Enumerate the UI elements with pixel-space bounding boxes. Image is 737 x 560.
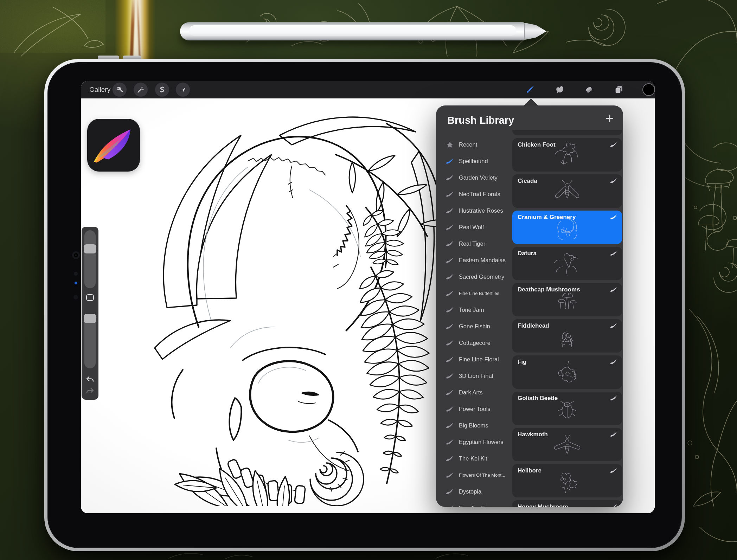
goliath-beetle-sketch xyxy=(544,394,590,424)
brush-set-label: The Koi Kit xyxy=(459,455,487,462)
brush-set-big-blooms[interactable]: Big Blooms xyxy=(436,417,512,434)
gallery-button[interactable]: Gallery xyxy=(89,81,110,98)
brush-stroke-icon xyxy=(610,468,617,475)
brush-stroke-icon xyxy=(445,273,454,281)
ipad-device: Gallery xyxy=(44,59,685,551)
brush-card-partial[interactable] xyxy=(512,130,622,135)
brush-set-dystopia[interactable]: Dystopia xyxy=(436,483,512,500)
status-led xyxy=(75,282,77,284)
smudge-tool[interactable] xyxy=(553,83,567,97)
brush-card-datura[interactable]: Datura xyxy=(512,247,622,280)
chicken-foot-sketch xyxy=(544,140,590,170)
brush-stroke-icon xyxy=(610,214,617,222)
undo-icon xyxy=(86,376,94,385)
brush-set-eastern-mandalas[interactable]: Eastern Mandalas xyxy=(436,252,512,269)
brush-stroke-icon xyxy=(445,373,454,380)
brush-card-fiddlehead[interactable]: Fiddlehead xyxy=(512,319,622,353)
selection-button[interactable] xyxy=(155,83,169,97)
fiddlehead-sketch xyxy=(544,321,590,352)
wrench-icon xyxy=(116,86,123,94)
brush-card-deathcap-mushrooms[interactable]: Deathcap Mushrooms xyxy=(512,283,622,316)
modify-button[interactable] xyxy=(86,294,94,301)
brush-set-neotrad-florals[interactable]: NeoTrad Florals xyxy=(436,186,512,202)
procreate-swoosh xyxy=(94,129,130,163)
brush-set-fine-line-floral[interactable]: Fine Line Floral xyxy=(436,351,512,368)
brush-set-label: Egyptian Flowers xyxy=(459,439,504,445)
brush-stroke-icon xyxy=(610,395,617,403)
partial-sketch xyxy=(544,130,590,134)
undo-button[interactable] xyxy=(82,375,98,386)
brush-card-goliath-beetle[interactable]: Goliath Beetle xyxy=(512,392,622,425)
selection-s-icon xyxy=(158,86,166,94)
brush-set-label: Big Blooms xyxy=(459,422,488,429)
brush-set-garden-variety[interactable]: Garden Variety xyxy=(436,169,512,186)
front-camera xyxy=(72,251,80,259)
brush-card-chicken-foot[interactable]: Chicken Foot xyxy=(512,138,622,172)
brush-set-real-tiger[interactable]: Real Tiger xyxy=(436,236,512,252)
brush-size-slider[interactable] xyxy=(84,230,96,288)
brush-set-label: Eastern Mandalas xyxy=(459,257,506,264)
brush-set-tone-jam[interactable]: Tone Jam xyxy=(436,302,512,318)
brush-set-label: NeoTrad Florals xyxy=(459,191,500,198)
deathcap-mushrooms-sketch xyxy=(544,285,590,315)
brush-card-cranium-greenery[interactable]: Cranium & Greenery xyxy=(512,211,622,244)
redo-icon xyxy=(86,387,94,397)
brush-set-familiar-f[interactable]: Familiar F xyxy=(436,500,512,507)
brush-size-slider-handle[interactable] xyxy=(84,244,96,253)
brush-set-recent[interactable]: Recent xyxy=(436,136,512,153)
brush-name: Hawkmoth xyxy=(518,431,548,438)
brush-stroke-icon xyxy=(445,224,454,231)
transform-button[interactable] xyxy=(176,83,190,97)
brush-stroke-icon xyxy=(445,191,454,198)
redo-button[interactable] xyxy=(82,387,98,397)
brush-set-sacred-geometry[interactable]: Sacred Geometry xyxy=(436,269,512,285)
opacity-slider-handle[interactable] xyxy=(84,314,96,323)
brush-set-label: Real Tiger xyxy=(459,240,485,247)
eraser-tool[interactable] xyxy=(582,83,596,97)
brush-set-the-koi-kit[interactable]: The Koi Kit xyxy=(436,450,512,467)
brush-stroke-icon xyxy=(445,307,454,314)
actions-button[interactable] xyxy=(113,83,127,97)
brush-set-label: Gone Fishin xyxy=(459,323,490,330)
brush-set-gone-fishin[interactable]: Gone Fishin xyxy=(436,318,512,335)
brush-card-honey-mushroom[interactable]: Honey Mushroom xyxy=(512,500,622,507)
brush-set-illustrative-roses[interactable]: Illustrative Roses xyxy=(436,202,512,219)
layers-tool[interactable] xyxy=(612,83,626,97)
brush-name: Cicada xyxy=(518,178,537,185)
apple-pencil-seam xyxy=(524,23,525,40)
brush-stroke-icon xyxy=(445,422,454,429)
brush-card-fig[interactable]: Fig xyxy=(512,355,622,389)
active-color-swatch[interactable] xyxy=(642,83,655,96)
brush-set-egyptian-flowers[interactable]: Egyptian Flowers xyxy=(436,434,512,450)
layers-icon xyxy=(614,85,624,95)
brush-set-cottagecore[interactable]: Cottagecore xyxy=(436,335,512,351)
brush-card-list: Chicken FootCicadaCranium & GreeneryDatu… xyxy=(512,130,622,507)
add-brush-button[interactable]: + xyxy=(605,111,614,126)
brush-card-hellbore[interactable]: Hellbore xyxy=(512,464,622,497)
brush-set-real-wolf[interactable]: Real Wolf xyxy=(436,219,512,236)
brush-set-flowers-of-the-mont[interactable]: Flowers Of The Mont... xyxy=(436,467,512,483)
scene-background: Gallery xyxy=(0,0,737,560)
adjustments-button[interactable] xyxy=(134,83,148,97)
brush-card-hawkmoth[interactable]: Hawkmoth xyxy=(512,428,622,461)
brush-set-3d-lion-final[interactable]: 3D Lion Final xyxy=(436,368,512,384)
brush-stroke-icon xyxy=(610,323,617,330)
brush-library-panel: Brush Library + RecentSpellboundGarden V… xyxy=(436,105,623,507)
procreate-app-icon[interactable] xyxy=(87,119,140,172)
brush-card-cicada[interactable]: Cicada xyxy=(512,174,622,208)
brush-set-fine-line-butterflies[interactable]: Fine Line Butterflies xyxy=(436,285,512,302)
brush-stroke-icon xyxy=(610,250,617,258)
brush-stroke-icon xyxy=(445,389,454,396)
brush-set-power-tools[interactable]: Power Tools xyxy=(436,401,512,417)
brush-stroke-icon xyxy=(610,431,617,439)
top-toolbar: Gallery xyxy=(81,81,655,98)
paint-brush-tool[interactable] xyxy=(523,83,537,97)
brush-set-spellbound[interactable]: Spellbound xyxy=(436,153,512,169)
popover-caret xyxy=(523,98,539,106)
brush-set-dark-arts[interactable]: Dark Arts xyxy=(436,384,512,401)
magic-wand-icon xyxy=(137,86,145,94)
brush-set-label: Fine Line Floral xyxy=(459,356,499,363)
cicada-sketch xyxy=(544,176,590,207)
brush-set-label: Garden Variety xyxy=(459,174,498,181)
brush-set-label: Illustrative Roses xyxy=(459,207,503,214)
